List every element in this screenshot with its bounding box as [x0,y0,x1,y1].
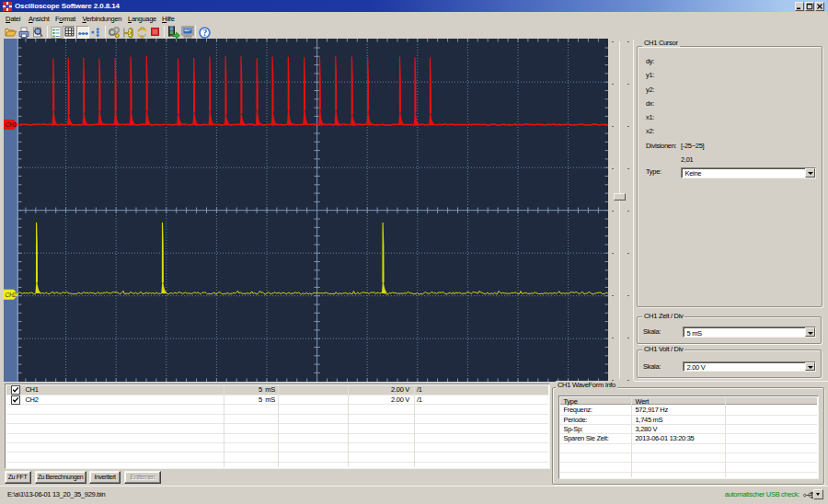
svg-text:CH1: CH1 [6,121,17,128]
svg-text:CH2: CH2 [6,292,17,298]
svg-text:?: ? [202,28,207,38]
